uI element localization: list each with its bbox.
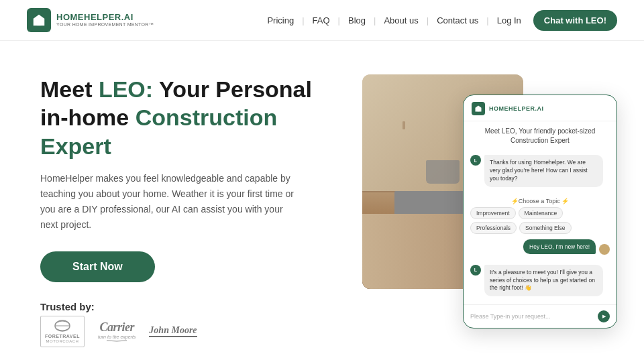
navbar: HOMEHELPER.AI YOUR HOME IMPROVEMENT MENT…: [0, 0, 644, 41]
chat-with-leo-button[interactable]: Chat with LEO!: [533, 10, 617, 31]
chat-subtitle: Meet LEO, Your friendly pocket-sized Con…: [464, 121, 616, 151]
chat-logo-text: HOMEHELPER.AI: [489, 105, 544, 112]
send-button[interactable]: [598, 310, 610, 322]
svg-rect-5: [478, 109, 480, 112]
johnmoore-logo: John Moore: [149, 320, 197, 342]
svg-rect-2: [42, 19, 44, 21]
foretravel-logo: FORETRAVEL MOTORCOACH: [40, 320, 85, 342]
bot-avatar-2: L: [470, 265, 481, 276]
chat-logo-icon: [472, 102, 485, 115]
start-now-button[interactable]: Start Now: [40, 251, 155, 282]
nav-login[interactable]: Log In: [493, 13, 525, 28]
hero-description: HomeHelper makes you feel knowledgeable …: [40, 171, 295, 233]
bot-message-2: L It's a pleasure to meet you! I'll give…: [470, 265, 610, 297]
carrier-logo: Carrier turn to the experts: [98, 320, 136, 342]
nav-pricing[interactable]: Pricing: [263, 13, 298, 28]
title-leo: LEO:: [99, 76, 153, 102]
hero-section: Meet LEO: Your Personal in-home Construc…: [0, 41, 644, 362]
user-text: Hey LEO, I'm new here!: [523, 239, 596, 254]
bot-text-2: It's a pleasure to meet you! I'll give y…: [484, 265, 603, 297]
chip-maintenance[interactable]: Maintenance: [519, 207, 564, 219]
hero-right: HOMEHELPER.AI Meet LEO, Your friendly po…: [362, 68, 617, 349]
nav-div-3: |: [374, 15, 376, 25]
chat-input-area: Please Type-in your request...: [464, 304, 616, 328]
user-avatar: [599, 244, 610, 255]
logo-text: HOMEHELPER.AI YOUR HOME IMPROVEMENT MENT…: [56, 13, 154, 27]
hero-left: Meet LEO: Your Personal in-home Construc…: [40, 75, 335, 343]
logo-icon: [27, 8, 51, 32]
nav-about[interactable]: About us: [380, 13, 422, 28]
nav-div-1: |: [302, 15, 304, 25]
user-message: Hey LEO, I'm new here!: [470, 239, 610, 259]
trusted-logos: FORETRAVEL MOTORCOACH Carrier turn to th…: [40, 320, 335, 342]
svg-rect-1: [35, 19, 37, 21]
nav-div-2: |: [338, 15, 340, 25]
bot-message-1: L Thanks for using Homehelper. We are ve…: [470, 155, 610, 192]
trusted-section: Trusted by: FORETRAVEL MOTORCOACH: [40, 301, 335, 342]
topic-label: ⚡Choose a Topic ⚡: [470, 198, 610, 204]
chip-something-else[interactable]: Something Else: [519, 222, 572, 234]
logo-sub-text: YOUR HOME IMPROVEMENT MENTOR™: [56, 22, 154, 27]
nav-blog[interactable]: Blog: [344, 13, 370, 28]
logo-main-text: HOMEHELPER.AI: [56, 13, 154, 22]
chat-body: L Thanks for using Homehelper. We are ve…: [464, 151, 616, 304]
nav-div-4: |: [427, 15, 429, 25]
trusted-label: Trusted by:: [40, 301, 335, 312]
nav-faq[interactable]: FAQ: [309, 13, 334, 28]
nav-contact[interactable]: Contact us: [433, 13, 482, 28]
chip-professionals[interactable]: Professionals: [470, 222, 517, 234]
chat-input-placeholder: Please Type-in your request...: [470, 313, 550, 320]
nav-links: Pricing | FAQ | Blog | About us | Contac…: [263, 10, 617, 31]
nav-div-5: |: [486, 15, 488, 25]
hero-title: Meet LEO: Your Personal in-home Construc…: [40, 75, 335, 161]
svg-rect-0: [37, 21, 41, 25]
bot-avatar-1: L: [470, 155, 481, 166]
chat-card: HOMEHELPER.AI Meet LEO, Your friendly po…: [463, 95, 617, 328]
chat-card-header: HOMEHELPER.AI: [464, 95, 616, 121]
topic-chips: Improvement Maintenance Professionals So…: [470, 207, 610, 234]
logo: HOMEHELPER.AI YOUR HOME IMPROVEMENT MENT…: [27, 8, 154, 32]
title-pre: Meet: [40, 76, 99, 102]
chip-improvement[interactable]: Improvement: [470, 207, 516, 219]
bot-text-1: Thanks for using Homehelper. We are very…: [484, 155, 603, 187]
